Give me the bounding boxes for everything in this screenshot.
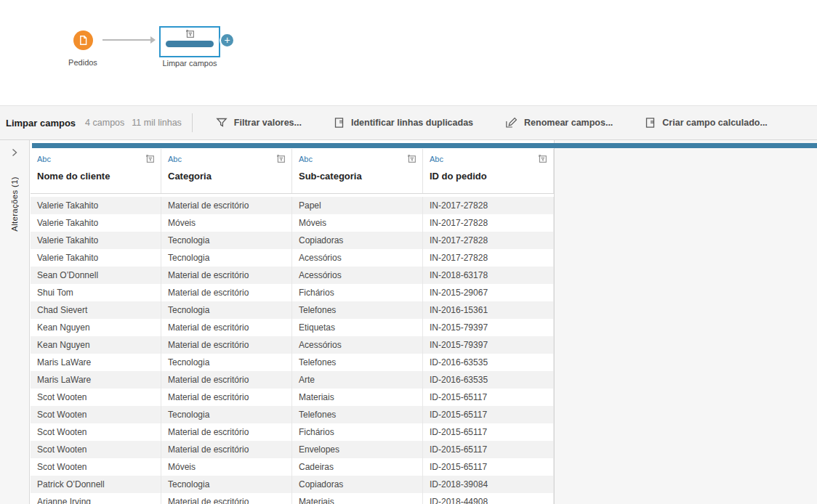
table-cell[interactable]: IN-2015-79397 xyxy=(423,336,554,354)
table-cell[interactable]: Kean Nguyen xyxy=(31,319,161,336)
horizontal-scrollbar[interactable] xyxy=(32,143,817,148)
table-cell[interactable]: Sean O’Donnell xyxy=(31,267,161,284)
table-cell[interactable]: Material de escritório xyxy=(161,284,292,301)
identify-duplicate-rows-button[interactable]: Identificar linhas duplicadas xyxy=(334,117,473,129)
table-cell[interactable]: IN-2015-79397 xyxy=(423,319,554,336)
table-cell[interactable]: ID-2015-65117 xyxy=(423,441,554,458)
table-cell[interactable]: Material de escritório xyxy=(161,371,292,389)
table-cell[interactable]: Acessórios xyxy=(292,249,423,267)
table-cell[interactable]: Valerie Takahito xyxy=(31,214,161,232)
table-cell[interactable]: Maris LaWare xyxy=(31,371,161,389)
main-area: Alterações (1) Abc xyxy=(0,140,817,504)
table-cell[interactable]: ID-2015-65117 xyxy=(423,423,554,441)
column-filter-icon[interactable] xyxy=(538,154,547,163)
table-cell[interactable]: Shui Tom xyxy=(31,284,161,301)
table-cell[interactable]: Kean Nguyen xyxy=(31,336,161,354)
filter-values-button[interactable]: Filtrar valores... xyxy=(216,117,302,129)
table-cell[interactable]: Copiadoras xyxy=(292,476,423,493)
table-cell[interactable]: ID-2016-63535 xyxy=(423,371,554,389)
table-cell[interactable]: Valerie Takahito xyxy=(31,197,161,214)
column-filter-icon[interactable] xyxy=(407,154,416,163)
table-cell[interactable]: Etiquetas xyxy=(292,319,423,336)
table-cell[interactable]: Scot Wooten xyxy=(31,406,161,423)
table-cell[interactable]: Telefones xyxy=(292,406,423,423)
table-cell[interactable]: Material de escritório xyxy=(161,493,292,504)
add-step-button[interactable]: + xyxy=(220,33,235,48)
table-cell[interactable]: Fichários xyxy=(292,423,423,441)
table-cell[interactable]: Móveis xyxy=(161,214,292,232)
table-cell[interactable]: Móveis xyxy=(161,458,292,476)
table-cell[interactable]: Tecnologia xyxy=(161,301,292,319)
table-cell[interactable]: Scot Wooten xyxy=(31,423,161,441)
table-cell[interactable]: Acessórios xyxy=(292,336,423,354)
table-cell[interactable]: IN-2015-29067 xyxy=(423,284,554,301)
table-cell[interactable]: IN-2017-27828 xyxy=(423,232,554,249)
table-cell[interactable]: Material de escritório xyxy=(161,197,292,214)
table-cell[interactable]: Material de escritório xyxy=(161,441,292,458)
table-cell[interactable]: Tecnologia xyxy=(161,476,292,493)
table-cell[interactable]: Patrick O’Donnell xyxy=(31,476,161,493)
table-cell[interactable]: ID-2016-63535 xyxy=(423,354,554,371)
table-cell[interactable]: IN-2017-27828 xyxy=(423,214,554,232)
table-cell[interactable]: IN-2017-27828 xyxy=(423,249,554,267)
table-cell[interactable]: Arianne Irving xyxy=(31,493,161,504)
table-cell[interactable]: IN-2016-15361 xyxy=(423,301,554,319)
column-header-sub-categoria[interactable]: Abc Sub-categoria xyxy=(292,149,423,193)
table-cell[interactable]: Móveis xyxy=(292,214,423,232)
table-cell[interactable]: Arte xyxy=(292,371,423,389)
table-cell[interactable]: Tecnologia xyxy=(161,232,292,249)
table-cell[interactable]: Tecnologia xyxy=(161,249,292,267)
column-header-nome-do-cliente[interactable]: Abc Nome do cliente xyxy=(31,149,161,193)
changes-panel-label[interactable]: Alterações (1) xyxy=(10,176,19,232)
table-cell[interactable]: Chad Sievert xyxy=(31,301,161,319)
table-cell[interactable]: Materiais xyxy=(292,389,423,406)
calculated-field-icon xyxy=(645,117,656,129)
field-type-label: Abc xyxy=(168,155,182,163)
table-row: Scot WootenTecnologiaTelefonesID-2015-65… xyxy=(31,406,554,423)
field-type-label: Abc xyxy=(430,155,443,163)
create-calculated-field-button[interactable]: Criar campo calculado... xyxy=(645,117,768,129)
table-cell[interactable]: Maris LaWare xyxy=(31,354,161,371)
table-cell[interactable]: Tecnologia xyxy=(161,406,292,423)
flow-node-limpar-campos[interactable] xyxy=(159,26,220,57)
chevron-right-icon[interactable] xyxy=(10,147,19,158)
table-cell[interactable]: Material de escritório xyxy=(161,423,292,441)
table-cell[interactable]: Papel xyxy=(292,197,423,214)
table-cell[interactable]: Materiais xyxy=(292,493,423,504)
table-cell[interactable]: Scot Wooten xyxy=(31,458,161,476)
table-cell[interactable]: ID-2018-44908 xyxy=(423,493,554,504)
changes-panel-collapsed: Alterações (1) xyxy=(0,140,30,504)
column-header-id-do-pedido[interactable]: Abc ID do pedido xyxy=(423,149,554,193)
table-cell[interactable]: Material de escritório xyxy=(161,267,292,284)
step-toolbar: Limpar campos 4 campos 11 mil linhas Fil… xyxy=(0,105,817,140)
rename-fields-button[interactable]: Renomear campos... xyxy=(505,117,613,129)
table-row: Maris LaWareTecnologiaTelefonesID-2016-6… xyxy=(31,354,554,371)
table-cell[interactable]: ID-2018-39084 xyxy=(423,476,554,493)
table-cell[interactable]: IN-2018-63178 xyxy=(423,267,554,284)
table-cell[interactable]: Cadeiras xyxy=(292,458,423,476)
table-cell[interactable]: Scot Wooten xyxy=(31,441,161,458)
table-cell[interactable]: Telefones xyxy=(292,354,423,371)
table-cell[interactable]: Material de escritório xyxy=(161,319,292,336)
table-cell[interactable]: Envelopes xyxy=(292,441,423,458)
flow-node-pedidos[interactable] xyxy=(73,31,93,50)
table-cell[interactable]: Telefones xyxy=(292,301,423,319)
table-cell[interactable]: Valerie Takahito xyxy=(31,232,161,249)
column-header-categoria[interactable]: Abc Categoria xyxy=(161,149,292,193)
table-cell[interactable]: Valerie Takahito xyxy=(31,249,161,267)
table-cell[interactable]: Scot Wooten xyxy=(31,389,161,406)
table-cell[interactable]: Tecnologia xyxy=(161,354,292,371)
table-cell[interactable]: Acessórios xyxy=(292,267,423,284)
table-cell[interactable]: ID-2015-65117 xyxy=(423,406,554,423)
table-cell[interactable]: Copiadoras xyxy=(292,232,423,249)
table-cell[interactable]: ID-2015-65117 xyxy=(423,458,554,476)
column-filter-icon[interactable] xyxy=(145,154,155,163)
table-row: Shui TomMaterial de escritórioFicháriosI… xyxy=(31,284,554,301)
table-row: Maris LaWareMaterial de escritórioArteID… xyxy=(31,371,554,389)
table-cell[interactable]: ID-2015-65117 xyxy=(423,389,554,406)
table-cell[interactable]: Material de escritório xyxy=(161,389,292,406)
table-cell[interactable]: Fichários xyxy=(292,284,423,301)
table-cell[interactable]: Material de escritório xyxy=(161,336,292,354)
column-filter-icon[interactable] xyxy=(276,154,286,163)
table-cell[interactable]: IN-2017-27828 xyxy=(423,197,554,214)
